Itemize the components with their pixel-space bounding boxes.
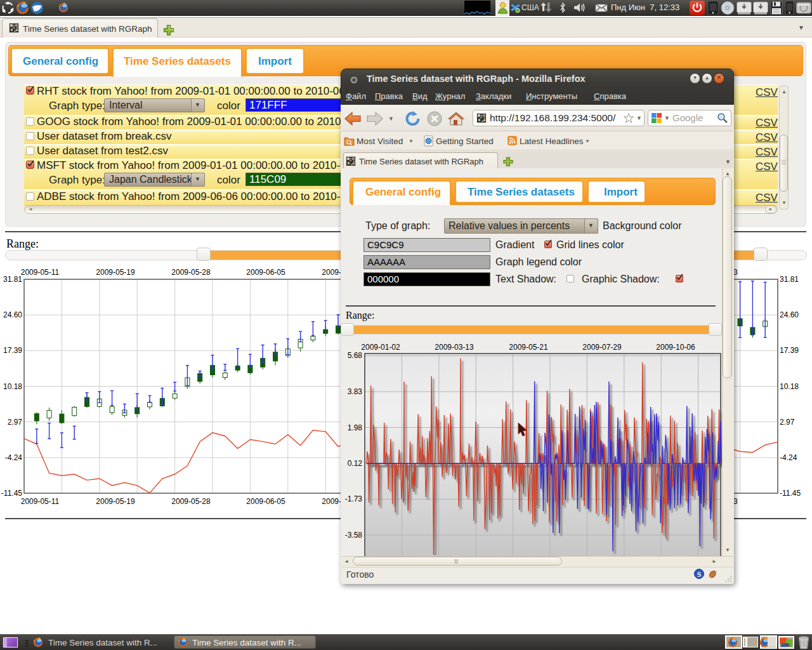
svg-text:2009-03-13: 2009-03-13 <box>435 343 474 352</box>
svg-text:-11.45: -11.45 <box>780 489 801 498</box>
svg-text:-3.58: -3.58 <box>345 531 363 540</box>
svg-text:3.83: 3.83 <box>348 387 363 396</box>
svg-text:2009-05-11: 2009-05-11 <box>21 268 60 277</box>
svg-text:2009-05-21: 2009-05-21 <box>509 343 548 352</box>
svg-text:2.97: 2.97 <box>780 418 795 427</box>
svg-text:2005: 2005 <box>782 643 790 647</box>
svg-text:2009-05-28: 2009-05-28 <box>171 268 211 277</box>
svg-text:2009-06-05: 2009-06-05 <box>246 497 285 506</box>
svg-text:2009-01-02: 2009-01-02 <box>361 343 400 352</box>
svg-text:-4.24: -4.24 <box>780 453 797 462</box>
svg-text:2009-05-28: 2009-05-28 <box>171 497 211 506</box>
svg-text:S: S <box>697 570 702 579</box>
svg-text:10.18: 10.18 <box>780 382 799 391</box>
svg-text:17.39: 17.39 <box>3 346 22 355</box>
svg-text:1.98: 1.98 <box>348 423 363 432</box>
svg-text:0.12: 0.12 <box>348 459 363 468</box>
svg-text:-11.45: -11.45 <box>1 489 22 498</box>
svg-text:-4.24: -4.24 <box>5 453 23 462</box>
svg-text:24.60: 24.60 <box>3 310 22 319</box>
svg-text:2.97: 2.97 <box>8 418 23 427</box>
svg-text:2009-07-29: 2009-07-29 <box>582 343 622 352</box>
svg-text:2009-05-11: 2009-05-11 <box>21 497 60 506</box>
svg-text:2009-06-05: 2009-06-05 <box>246 268 285 277</box>
svg-text:24.60: 24.60 <box>780 310 799 319</box>
svg-text:31.81: 31.81 <box>3 275 22 284</box>
svg-text:2009-05-19: 2009-05-19 <box>96 497 135 506</box>
svg-text:10.18: 10.18 <box>3 382 22 391</box>
svg-text:2009-10-06: 2009-10-06 <box>656 343 695 352</box>
svg-text:2009-05-19: 2009-05-19 <box>96 268 135 277</box>
svg-text:31.81: 31.81 <box>780 275 799 284</box>
svg-text:17.39: 17.39 <box>780 346 799 355</box>
svg-text:5.68: 5.68 <box>348 351 363 360</box>
svg-text:-1.73: -1.73 <box>345 494 363 503</box>
